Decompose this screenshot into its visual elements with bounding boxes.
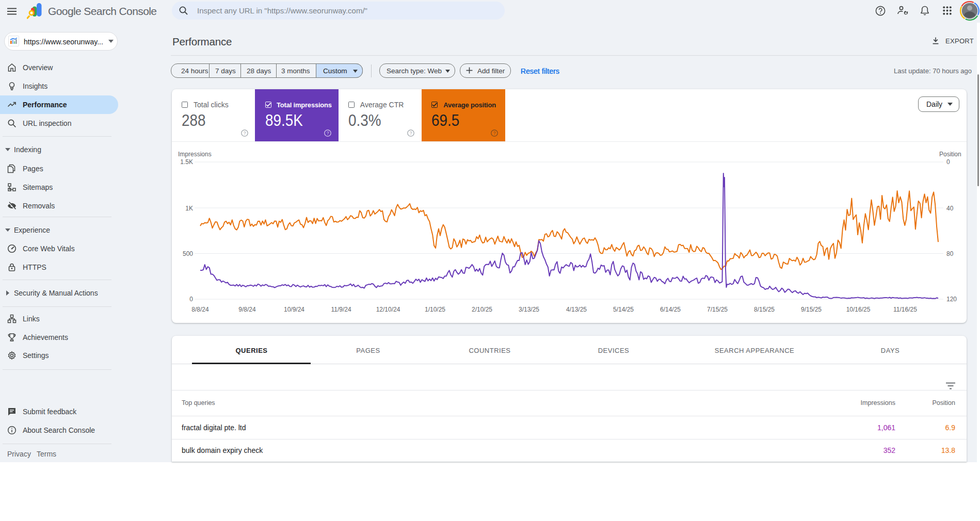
svg-text:?: ? (327, 131, 329, 136)
svg-text:?: ? (493, 131, 495, 136)
svg-text:?: ? (410, 131, 412, 136)
svg-text:?: ? (243, 131, 246, 136)
